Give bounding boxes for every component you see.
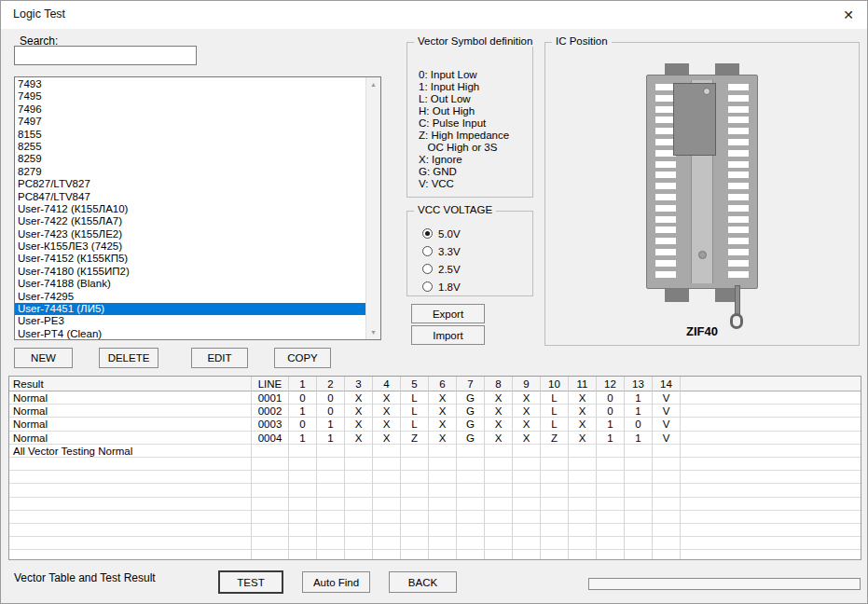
table-row[interactable]: Normal000411XXZXGXXZX11V — [9, 432, 861, 445]
chip-list-item[interactable]: 7495 — [15, 90, 365, 103]
table-cell — [653, 471, 681, 484]
table-row[interactable] — [9, 458, 861, 471]
auto-find-button[interactable]: Auto Find — [302, 571, 370, 593]
table-cell — [457, 498, 485, 511]
chip-list-item[interactable]: 7497 — [15, 116, 365, 128]
table-row[interactable]: Normal000301XXLXGXXLX10V — [9, 418, 861, 431]
table-cell: X — [345, 391, 373, 405]
table-row[interactable] — [9, 471, 861, 484]
chip-list-item[interactable]: 8279 — [15, 166, 365, 178]
table-cell: X — [345, 432, 373, 445]
vcc-option[interactable]: 3.3V — [422, 242, 461, 260]
table-cell — [252, 498, 289, 511]
chip-list-item[interactable]: 7496 — [15, 103, 365, 116]
table-cell: 1 — [625, 405, 653, 418]
table-cell — [457, 550, 485, 560]
export-button[interactable]: Export — [411, 304, 485, 323]
table-cell — [457, 445, 485, 458]
table-row[interactable] — [9, 498, 861, 511]
table-cell — [373, 498, 401, 511]
table-row[interactable] — [9, 537, 861, 550]
scroll-down-icon[interactable]: ▼ — [366, 325, 380, 339]
table-header-cell[interactable]: 9 — [513, 377, 541, 391]
chip-list-item[interactable]: User-74188 (Blank) — [15, 278, 365, 290]
table-cell — [9, 471, 252, 484]
table-cell — [9, 524, 252, 537]
chip-list-item[interactable]: 8255 — [15, 141, 365, 153]
table-header-cell[interactable]: 7 — [457, 377, 485, 391]
table-cell: X — [429, 391, 457, 405]
table-row[interactable] — [9, 550, 861, 560]
chip-listbox: 74937495749674978155825582598279PC827/LT… — [14, 76, 381, 340]
chip-list-item[interactable]: PC827/LTV827 — [15, 178, 365, 190]
chip-list-item[interactable]: User-74180 (К155ИП2) — [15, 266, 365, 278]
table-row[interactable]: Normal000210XXLXGXXLX01V — [9, 405, 861, 418]
table-cell-filler — [681, 445, 861, 458]
inserted-ic-chip — [673, 83, 716, 156]
chip-list-item[interactable]: User-74295 — [15, 291, 365, 303]
table-cell — [252, 484, 289, 497]
chip-list-item[interactable]: User-PT4 (Clean) — [15, 328, 365, 340]
table-row[interactable] — [9, 484, 861, 497]
table-cell: X — [569, 418, 597, 431]
edit-button[interactable]: EDIT — [191, 348, 248, 368]
table-header-cell[interactable]: 1 — [289, 377, 317, 391]
chip-list-item[interactable]: User-7423 (К155ЛЕ2) — [15, 228, 365, 240]
radio-icon[interactable] — [422, 228, 433, 239]
table-cell — [485, 445, 513, 458]
test-button[interactable]: TEST — [218, 570, 283, 594]
delete-button[interactable]: DELETE — [99, 348, 158, 368]
table-row[interactable] — [9, 511, 861, 524]
table-cell — [289, 471, 317, 484]
radio-icon[interactable] — [422, 246, 433, 256]
chip-list-item[interactable]: User-К155ЛЕ3 (7425) — [15, 240, 365, 253]
chip-list-item[interactable]: User-PE3 — [15, 315, 365, 327]
table-cell: 1 — [625, 432, 653, 445]
table-cell: 1 — [289, 432, 317, 445]
table-header-cell[interactable]: 6 — [429, 377, 457, 391]
table-header-cell[interactable]: LINE — [252, 377, 289, 391]
radio-icon[interactable] — [422, 281, 433, 292]
back-button[interactable]: BACK — [389, 571, 457, 593]
vector-symbol-group-title: Vector Symbol definition — [414, 35, 536, 47]
table-cell — [317, 550, 345, 560]
table-cell: X — [373, 405, 401, 418]
vcc-option[interactable]: 5.0V — [422, 225, 461, 242]
table-header-cell[interactable]: 11 — [569, 377, 597, 391]
search-input[interactable] — [14, 46, 197, 65]
vcc-option[interactable]: 2.5V — [422, 260, 461, 278]
import-button[interactable]: Import — [411, 325, 485, 345]
copy-button[interactable]: COPY — [274, 348, 331, 368]
table-header-cell[interactable]: Result — [9, 377, 252, 391]
table-header-cell[interactable]: 5 — [401, 377, 429, 391]
list-scrollbar[interactable]: ▲ ▼ — [365, 77, 380, 339]
table-header-cell[interactable]: 2 — [317, 377, 345, 391]
chip-list-item[interactable]: PC847/LTV847 — [15, 191, 365, 203]
chip-list-item[interactable]: User-74451 (ЛИ5) — [15, 303, 365, 315]
chip-list-item[interactable]: User-7422 (К155ЛА7) — [15, 215, 365, 227]
table-row[interactable]: All Vector Testing Normal — [9, 445, 861, 458]
table-header-cell[interactable]: 13 — [625, 377, 653, 391]
table-cell — [401, 511, 429, 524]
table-header-cell[interactable]: 3 — [345, 377, 373, 391]
chip-list-item[interactable]: 8155 — [15, 129, 365, 141]
table-header-cell[interactable]: 12 — [597, 377, 625, 391]
vcc-option[interactable]: 1.8V — [422, 278, 461, 295]
chip-list-item[interactable]: 8259 — [15, 153, 365, 165]
table-header-cell[interactable]: 10 — [541, 377, 569, 391]
table-cell: X — [429, 405, 457, 418]
new-button[interactable]: NEW — [14, 348, 73, 368]
scroll-up-icon[interactable]: ▲ — [366, 77, 380, 91]
table-cell — [429, 537, 457, 550]
table-cell: Z — [401, 432, 429, 445]
radio-icon[interactable] — [422, 264, 433, 274]
table-row[interactable] — [9, 524, 861, 537]
chip-list-item[interactable]: User-74152 (К155КП5) — [15, 253, 365, 265]
table-header-cell[interactable]: 8 — [485, 377, 513, 391]
chip-list-item[interactable]: User-7412 (К155ЛА10) — [15, 203, 365, 215]
table-row[interactable]: Normal000100XXLXGXXLX01V — [9, 391, 861, 405]
chip-list-item[interactable]: 7493 — [15, 78, 365, 90]
table-header-cell[interactable]: 14 — [653, 377, 681, 391]
close-icon[interactable]: ✕ — [837, 4, 860, 26]
table-header-cell[interactable]: 4 — [373, 377, 401, 391]
